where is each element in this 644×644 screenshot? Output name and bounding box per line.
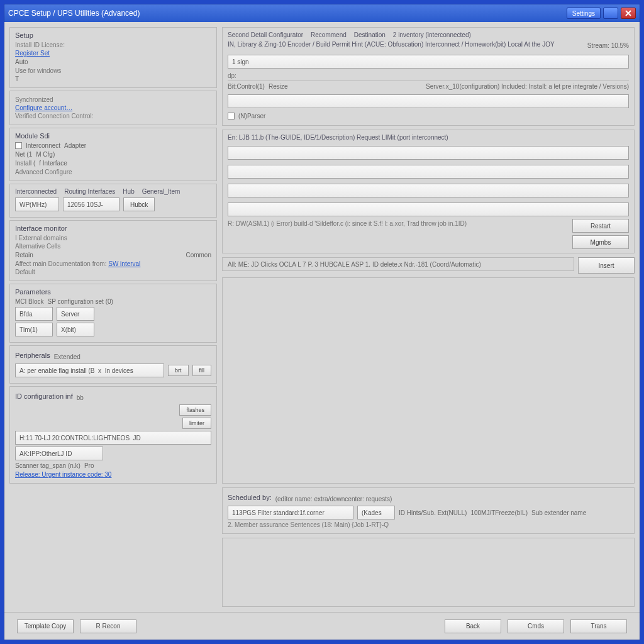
r4-sub: (editor name: extra/downcenter: requests… — [275, 496, 392, 502]
params-r1a: MCI Block — [15, 298, 44, 305]
wp-field[interactable] — [15, 197, 59, 211]
right-column: Second Detail Configurator Recommend Des… — [222, 27, 635, 607]
panel-monitor: Interface monitor I External domains Alt… — [9, 220, 217, 281]
module-title: Module Sdi — [15, 132, 211, 140]
sync-configure-link[interactable]: Configure account… — [15, 104, 211, 111]
idconfig-flash-button[interactable]: flashes — [179, 404, 211, 416]
r4-title: Scheduled by: — [228, 494, 272, 501]
tab-routing[interactable]: Routing Interfaces — [64, 188, 115, 195]
setup-register-link[interactable]: Register Set — [15, 50, 211, 57]
idconfig-row3a: Scanner tag_span (n.k) — [15, 462, 80, 469]
r1-sec2c: Server.x_10(configuration) Included: Ins… — [426, 83, 629, 90]
periph-sub: Extended — [54, 353, 80, 360]
idconfig-row2[interactable] — [15, 447, 103, 460]
content-area: Setup Install ID License: Register Set A… — [4, 22, 640, 612]
minimize-icon[interactable] — [603, 8, 618, 19]
setup-radio-label: Auto — [15, 58, 28, 65]
module-r2a: Net (1 — [15, 151, 32, 158]
r2-note: R: DW(ASM.1) (i Error) build-d 'Sildeffo… — [228, 220, 569, 227]
cmds-button[interactable]: Cmds — [508, 619, 564, 633]
sync-verified-label: Verified Connection Control: — [15, 113, 211, 119]
r4-c1[interactable] — [228, 506, 353, 519]
monitor-link[interactable]: SW interval — [108, 260, 140, 267]
periph-brt-button[interactable]: brt — [168, 365, 189, 376]
idconfig-row3b: Pro — [84, 462, 94, 469]
hubck-button[interactable]: Hubck — [123, 197, 155, 211]
monitor-i2: Alternative Cells — [15, 243, 211, 250]
r1-stream: Stream: 10.5% — [587, 42, 629, 49]
r4-c5: Sub extender name — [531, 509, 586, 516]
panel-module: Module Sdi InterconnectAdapter Net (1M C… — [9, 128, 217, 181]
panel-idconfig: ID configuration infbb flashes limiter S… — [9, 386, 217, 484]
r1-field2[interactable] — [228, 94, 629, 108]
insert-button[interactable]: Insert — [578, 257, 635, 274]
r4-panel: Scheduled by: (editor name: extra/downce… — [222, 487, 635, 534]
panel-tabs: Interconnected Routing Interfaces Hub Ge… — [9, 184, 217, 218]
idconfig-row4[interactable]: Release: Urgent instance code: 30 — [15, 471, 211, 478]
r2-title: En: LJB 11.b (The-GUIDE, IDE/1/Descripti… — [228, 134, 629, 141]
monitor-link-label: Affect main Documentation from: — [15, 260, 106, 267]
panel-params: Parameters MCI BlockSP configuration set… — [9, 284, 217, 343]
periph-fill-button[interactable]: fill — [192, 365, 212, 376]
titlebar-settings-button[interactable]: Settings — [567, 8, 601, 19]
module-r3b: f Interface — [39, 160, 67, 167]
wp-field2[interactable] — [63, 197, 119, 211]
tab-hub[interactable]: Hub — [123, 188, 134, 195]
r-spacer — [222, 277, 635, 484]
idconfig-row1[interactable] — [15, 431, 211, 445]
r1-tab0[interactable]: Second Detail Configurator — [228, 31, 303, 38]
params-r1b: SP configuration set (0) — [48, 298, 113, 305]
idconfig-sub: bb — [77, 394, 84, 401]
r2-in3[interactable] — [228, 184, 629, 197]
r4-c2[interactable] — [357, 506, 395, 519]
r1-title: IN, Library & Zing-10 Encoder / Build Pe… — [228, 41, 584, 48]
r4-row2: 2. Member assurance Sentences (18: Main)… — [228, 521, 629, 528]
module-check1[interactable] — [15, 142, 22, 149]
r2-panel: En: LJB 11.b (The-GUIDE, IDE/1/Descripti… — [222, 130, 635, 253]
r1-tab2[interactable]: Destination — [354, 31, 386, 38]
r3-panel: All: ME: JD Clicks OCLA L 7 P. 3 HUBCALE… — [222, 257, 574, 271]
mgmbs-button[interactable]: Mgmbs — [572, 235, 629, 249]
restart-button[interactable]: Restart — [572, 219, 629, 233]
params-title: Parameters — [15, 288, 211, 296]
panel-setup-title: Setup — [15, 31, 211, 39]
module-r3a: Install ( — [15, 160, 35, 167]
r2-in2[interactable] — [228, 165, 629, 179]
monitor-i3: Retain — [15, 252, 33, 258]
r1-tab1[interactable]: Recommend — [311, 31, 347, 38]
left-column: Setup Install ID License: Register Set A… — [9, 27, 217, 607]
back-button[interactable]: Back — [445, 619, 501, 633]
monitor-title: Interface monitor — [15, 225, 211, 232]
panel-peripherals: PeripheralsExtended brt fill — [9, 345, 217, 384]
r2-in1[interactable] — [228, 146, 629, 160]
monitor-i1: I External domains — [15, 235, 211, 242]
close-icon[interactable] — [621, 8, 636, 19]
params-xbit[interactable] — [57, 323, 94, 336]
params-tlm[interactable] — [15, 323, 53, 336]
recon-button[interactable]: R Recon — [80, 619, 136, 633]
tab-general[interactable]: General_Item — [142, 188, 180, 195]
template-copy-button[interactable]: Template Copy — [17, 619, 74, 633]
idconfig-limiter-button[interactable]: limiter — [182, 418, 211, 429]
r2-in4[interactable] — [228, 203, 629, 216]
setup-extra: T — [15, 75, 211, 82]
tab-interconnected[interactable]: Interconnected — [15, 188, 57, 195]
periph-text[interactable] — [15, 364, 164, 377]
window-title: CPCE Setup / UPS Utilities (Advanced) — [8, 9, 140, 18]
trans-button[interactable]: Trans — [570, 619, 627, 633]
r1-tab3[interactable]: 2 inventory (interconnected) — [393, 31, 471, 38]
params-server[interactable] — [57, 307, 94, 321]
r1-parser-check[interactable] — [228, 113, 235, 119]
titlebar: CPCE Setup / UPS Utilities (Advanced) Se… — [4, 4, 640, 22]
r1-parser-label: (N)Parser — [238, 113, 265, 119]
idconfig-title: ID configuration inf — [15, 392, 73, 400]
r4-c4: 100MJ/TFreeze(bIL) — [470, 509, 528, 516]
r1-panel: Second Detail Configurator Recommend Des… — [222, 27, 635, 126]
panel-sync: Synchronized Configure account… Verified… — [9, 91, 217, 125]
params-bfda[interactable] — [15, 307, 53, 321]
r5-spacer — [222, 538, 635, 607]
r1-hint: dp: — [228, 72, 629, 79]
periph-title: Peripherals — [15, 352, 50, 359]
sync-title: Synchronized — [15, 96, 211, 103]
r1-field1[interactable] — [228, 55, 629, 69]
